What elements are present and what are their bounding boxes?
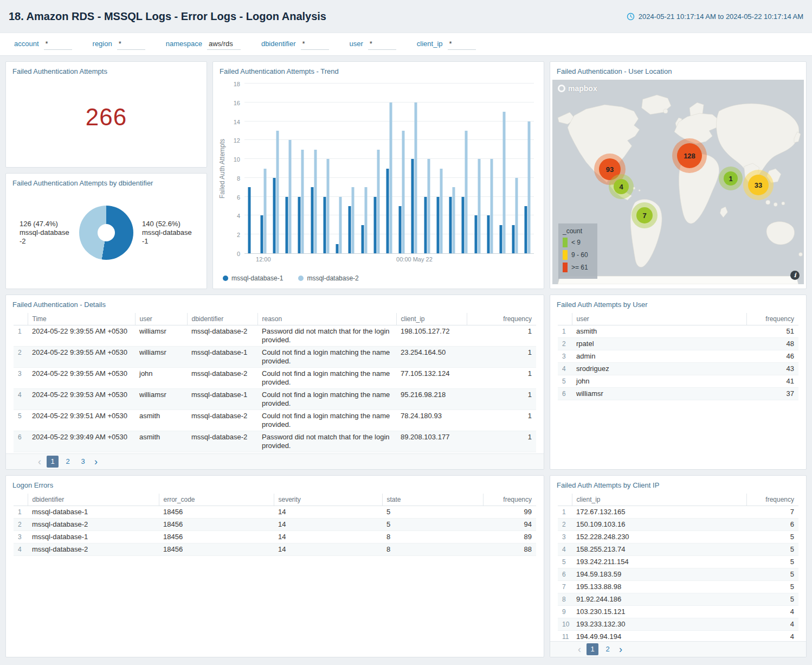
table-row[interactable]: 3admin46: [558, 350, 798, 363]
column-header[interactable]: [558, 313, 572, 325]
cell: 18456: [159, 506, 274, 519]
bar-mssql-database-1: [449, 197, 452, 253]
column-header[interactable]: dbidentifier: [187, 313, 257, 325]
pager-prev[interactable]: ‹: [578, 644, 581, 655]
filter-value-input[interactable]: aws/rds: [207, 39, 241, 50]
table-row[interactable]: 4srodriguez43: [558, 363, 798, 375]
filter-value-input[interactable]: *: [448, 39, 476, 50]
pager-next[interactable]: ›: [619, 644, 622, 655]
table-row[interactable]: 3mssql-database-11845614889: [14, 531, 536, 543]
bar-mssql-database-1: [323, 197, 326, 253]
map-canvas[interactable]: mapbox _count < 99 - 60>= 61 i 934712813…: [552, 80, 804, 284]
pager-page-1[interactable]: 1: [47, 456, 59, 468]
table-row[interactable]: 5193.242.211.1545: [558, 556, 798, 568]
column-header[interactable]: [558, 494, 572, 506]
panel-title: Failed Authentication Attempts by dbiden…: [6, 174, 207, 190]
column-header[interactable]: error_code: [159, 494, 274, 506]
column-header[interactable]: severity: [274, 494, 382, 506]
donut-chart[interactable]: [79, 206, 133, 260]
column-header[interactable]: state: [382, 494, 483, 506]
column-header[interactable]: frequency: [483, 494, 536, 506]
table-row[interactable]: 2rpatel48: [558, 338, 798, 350]
map-cluster[interactable]: 33: [748, 175, 769, 195]
column-header[interactable]: frequency: [467, 313, 536, 325]
pager-page-2[interactable]: 2: [602, 643, 614, 655]
table-row[interactable]: 22024-05-22 9:39:55 AM +0530williamsrmss…: [14, 347, 536, 368]
info-icon[interactable]: i: [790, 271, 800, 280]
pager-page-1[interactable]: 1: [587, 643, 598, 655]
panel-failed-auth-count: Failed Authentication Attempts 266: [5, 61, 207, 168]
filter-value-input[interactable]: *: [301, 39, 329, 50]
table-row[interactable]: 9103.230.15.1214: [558, 606, 798, 618]
cell: 172.67.132.165: [572, 506, 746, 519]
table-row[interactable]: 1172.67.132.1657: [558, 506, 798, 519]
time-range[interactable]: 2024-05-21 10:17:14 AM to 2024-05-22 10:…: [627, 12, 803, 21]
column-header[interactable]: user: [572, 313, 746, 325]
cell: 4: [558, 543, 572, 556]
map-cluster[interactable]: 1: [724, 171, 738, 186]
panel-title: Failed Auth Attempts by User: [550, 295, 806, 312]
table-row[interactable]: 42024-05-22 9:39:53 AM +0530williamsrmss…: [14, 389, 536, 410]
table-row[interactable]: 62024-05-22 9:39:49 AM +0530asmithmssql-…: [14, 431, 536, 452]
column-header[interactable]: reason: [257, 313, 396, 325]
pager-page-2[interactable]: 2: [62, 456, 74, 468]
cell: Password did not match that for the logi…: [257, 431, 396, 452]
bar-group: [286, 84, 292, 253]
table-row[interactable]: 2150.109.103.166: [558, 519, 798, 531]
table-row[interactable]: 5john41: [558, 375, 798, 388]
filter-value-input[interactable]: *: [368, 39, 396, 50]
table-row[interactable]: 10193.233.132.304: [558, 618, 798, 631]
table-row[interactable]: 1asmith51: [558, 325, 798, 338]
mapbox-logo[interactable]: mapbox: [558, 84, 597, 93]
table-row[interactable]: 12024-05-22 9:39:55 AM +0530williamsrmss…: [14, 325, 536, 347]
map-cluster[interactable]: 93: [599, 158, 621, 180]
map-cluster[interactable]: 128: [677, 143, 702, 168]
bar-group: [487, 84, 493, 253]
pager-page-3[interactable]: 3: [77, 456, 89, 468]
bar-mssql-database-2: [427, 159, 430, 253]
column-header[interactable]: frequency: [746, 494, 798, 506]
cell: 1: [558, 506, 572, 519]
column-header[interactable]: dbidentifier: [28, 494, 159, 506]
column-header[interactable]: frequency: [746, 313, 798, 325]
table-row[interactable]: 4158.255.213.745: [558, 543, 798, 556]
column-header[interactable]: Time: [28, 313, 135, 325]
legend-item-mssql-database-2[interactable]: mssql-database-2: [298, 274, 358, 282]
table-row[interactable]: 2mssql-database-21845614594: [14, 519, 536, 531]
table-row[interactable]: 1mssql-database-11845614599: [14, 506, 536, 519]
filter-value-input[interactable]: *: [44, 39, 72, 50]
table-row[interactable]: 6194.59.183.595: [558, 568, 798, 581]
legend-item-mssql-database-1[interactable]: mssql-database-1: [223, 274, 283, 282]
filter-value-input[interactable]: *: [117, 39, 145, 50]
table-row[interactable]: 52024-05-22 9:39:51 AM +0530asmithmssql-…: [14, 410, 536, 431]
column-header[interactable]: client_ip: [396, 313, 467, 325]
column-header[interactable]: client_ip: [572, 494, 746, 506]
cell: 89: [483, 531, 536, 543]
pager-next[interactable]: ›: [94, 456, 98, 467]
table-row[interactable]: 7195.133.88.985: [558, 581, 798, 593]
table-row[interactable]: 891.92.244.1865: [558, 593, 798, 606]
panel-title: Failed Auth Attempts by Client IP: [550, 476, 806, 493]
filter-namespace: namespaceaws/rds: [166, 39, 241, 50]
cell: mssql-database-1: [28, 531, 159, 543]
map-cluster[interactable]: 4: [614, 179, 629, 194]
bar-mssql-database-2: [415, 103, 417, 253]
bar-group: [525, 84, 531, 253]
cell: 6: [558, 388, 572, 400]
bar-group: [349, 84, 355, 253]
column-header[interactable]: [14, 313, 28, 325]
table-row[interactable]: 4mssql-database-21845614888: [14, 543, 536, 556]
filter-label: account: [14, 40, 39, 48]
panel-failed-auth-trend: Failed Authentication Attempts - Trend F…: [212, 61, 544, 289]
map-cluster[interactable]: 7: [636, 207, 653, 223]
bar-mssql-database-1: [286, 197, 288, 253]
table-row[interactable]: 32024-05-22 9:39:55 AM +0530johnmssql-da…: [14, 368, 536, 389]
pager-prev[interactable]: ‹: [38, 456, 41, 467]
by-client-ip-table: client_ipfrequency1172.67.132.16572150.1…: [558, 494, 798, 643]
cell: 194.59.183.59: [572, 568, 746, 581]
cell: admin: [572, 350, 746, 363]
column-header[interactable]: user: [135, 313, 187, 325]
table-row[interactable]: 6williamsr37: [558, 388, 798, 400]
table-row[interactable]: 3152.228.248.2305: [558, 531, 798, 543]
column-header[interactable]: [14, 494, 28, 506]
